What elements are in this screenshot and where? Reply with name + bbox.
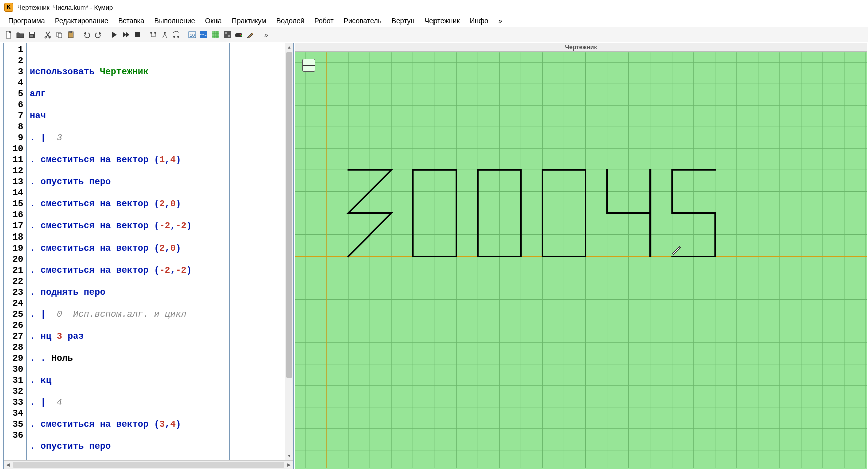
toolbar-overflow-button[interactable]: » <box>261 29 272 40</box>
stop-button[interactable] <box>132 29 143 40</box>
svg-point-12 <box>154 32 156 34</box>
line-number: 7 <box>5 110 23 121</box>
line-number: 25 <box>5 309 23 320</box>
line-number: 14 <box>5 187 23 198</box>
menu-vodoley[interactable]: Водолей <box>271 16 309 26</box>
scroll-down-icon[interactable]: ▼ <box>285 452 293 460</box>
hscroll-thumb[interactable] <box>13 462 284 468</box>
toolbar: 10 » <box>0 27 868 42</box>
line-number: 29 <box>5 353 23 364</box>
copy-button[interactable] <box>54 29 65 40</box>
line-number: 16 <box>5 209 23 220</box>
menu-program[interactable]: Программа <box>3 16 50 26</box>
line-number: 31 <box>5 375 23 386</box>
app-icon: K <box>4 3 13 12</box>
hamburger-icon <box>303 65 307 66</box>
line-number: 12 <box>5 165 23 176</box>
paste-button[interactable] <box>65 29 76 40</box>
svg-text:10: 10 <box>190 33 195 38</box>
menu-insert[interactable]: Вставка <box>113 16 149 26</box>
svg-rect-2 <box>30 32 34 34</box>
svg-rect-22 <box>228 35 230 37</box>
menubar: Программа Редактирование Вставка Выполне… <box>0 14 868 27</box>
code-editor[interactable]: 1 2 3 4 5 6 7 8 9 10 11 12 13 14 15 16 1… <box>4 43 293 460</box>
cut-button[interactable] <box>42 29 53 40</box>
pen-cursor-icon <box>671 245 681 255</box>
menu-run[interactable]: Выполнение <box>149 16 200 26</box>
line-number: 13 <box>5 176 23 187</box>
menu-practicum[interactable]: Практикум <box>227 16 271 26</box>
line-number: 34 <box>5 408 23 419</box>
line-number: 35 <box>5 419 23 430</box>
svg-rect-9 <box>70 31 72 33</box>
main-area: 1 2 3 4 5 6 7 8 9 10 11 12 13 14 15 16 1… <box>0 42 868 470</box>
scroll-thumb[interactable] <box>286 52 292 378</box>
undo-button[interactable] <box>81 29 92 40</box>
menu-info[interactable]: Инфо <box>465 16 493 26</box>
canvas-menu-button[interactable] <box>302 59 315 72</box>
fill-button[interactable] <box>222 29 233 40</box>
scroll-right-icon[interactable]: ▶ <box>285 461 293 469</box>
tool-a-button[interactable] <box>148 29 159 40</box>
line-number: 15 <box>5 198 23 209</box>
svg-rect-10 <box>135 32 140 37</box>
line-number: 24 <box>5 298 23 309</box>
titlebar: K Чертежник_Числа.kum* - Кумир <box>0 0 868 14</box>
line-gutter: 1 2 3 4 5 6 7 8 9 10 11 12 13 14 15 16 1… <box>4 43 27 460</box>
canvas-pane: Чертежник <box>295 43 867 469</box>
grid-button[interactable] <box>210 29 221 40</box>
svg-point-25 <box>241 35 242 36</box>
code-area[interactable]: использовать Чертежник алг нач . | 3 . с… <box>27 43 285 460</box>
menu-robot[interactable]: Робот <box>309 16 338 26</box>
menu-edit[interactable]: Редактирование <box>50 16 113 26</box>
line-number: 2 <box>5 55 23 66</box>
line-number: 18 <box>5 231 23 243</box>
line-number: 6 <box>5 99 23 110</box>
drawing-canvas[interactable] <box>295 52 867 469</box>
svg-point-14 <box>173 36 175 38</box>
line-number: 23 <box>5 287 23 298</box>
line-number: 33 <box>5 397 23 408</box>
line-number: 10 <box>5 143 23 154</box>
line-number: 21 <box>5 265 23 276</box>
line-number: 5 <box>5 88 23 99</box>
line-number: 1 <box>5 44 23 55</box>
menu-vertun[interactable]: Вертун <box>387 16 420 26</box>
menu-windows[interactable]: Окна <box>200 16 227 26</box>
game-button[interactable] <box>233 29 244 40</box>
brush-button[interactable] <box>245 29 256 40</box>
menu-draw[interactable]: Рисователь <box>339 16 387 26</box>
menu-overflow[interactable]: » <box>493 16 507 26</box>
svg-point-24 <box>240 34 241 35</box>
line-number: 20 <box>5 254 23 265</box>
tool-c-button[interactable] <box>171 29 182 40</box>
line-number: 17 <box>5 220 23 231</box>
run-button[interactable] <box>109 29 120 40</box>
ruler-button[interactable]: 10 <box>187 29 198 40</box>
scroll-up-icon[interactable]: ▲ <box>285 43 293 52</box>
line-number: 26 <box>5 320 23 331</box>
open-file-button[interactable] <box>15 29 26 40</box>
tool-b-button[interactable] <box>159 29 170 40</box>
editor-pane: 1 2 3 4 5 6 7 8 9 10 11 12 13 14 15 16 1… <box>3 43 294 469</box>
line-number: 11 <box>5 154 23 165</box>
svg-rect-7 <box>58 33 62 38</box>
redo-button[interactable] <box>93 29 104 40</box>
save-button[interactable] <box>26 29 37 40</box>
line-number: 4 <box>5 77 23 88</box>
line-number: 30 <box>5 364 23 375</box>
margin-line <box>229 43 230 460</box>
svg-rect-21 <box>225 32 227 34</box>
menu-draftsman[interactable]: Чертежник <box>419 16 465 26</box>
line-number: 19 <box>5 243 23 254</box>
horizontal-scrollbar[interactable]: ◀ ▶ <box>4 460 293 469</box>
line-number: 28 <box>5 342 23 353</box>
water-button[interactable] <box>198 29 209 40</box>
step-button[interactable] <box>120 29 131 40</box>
svg-rect-3 <box>30 35 33 37</box>
vertical-scrollbar[interactable]: ▲ ▼ <box>285 43 293 460</box>
line-number: 22 <box>5 276 23 287</box>
scroll-left-icon[interactable]: ◀ <box>4 461 12 469</box>
new-file-button[interactable] <box>3 29 14 40</box>
line-number: 9 <box>5 132 23 143</box>
